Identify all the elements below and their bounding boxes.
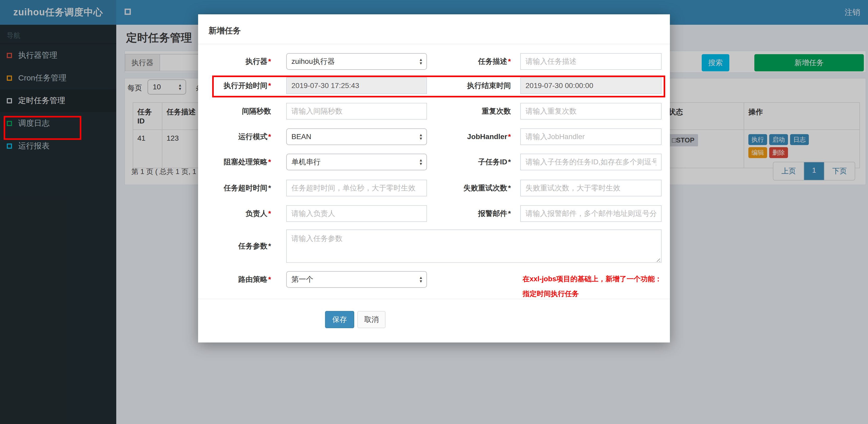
modal-footer-divider [198,299,670,299]
timeout-input[interactable] [286,180,427,196]
interval-label: 间隔秒数 [198,103,271,120]
job-param-textarea[interactable] [286,229,661,263]
select-arrows-icon: ▲▼ [419,276,423,283]
cancel-button[interactable]: 取消 [358,311,385,328]
run-mode-label: 运行模式* [198,128,271,145]
modal-title: 新增任务 [209,25,241,36]
interval-input[interactable] [286,103,427,120]
executor-label: 执行器* [198,53,271,70]
job-handler-label: JobHandler* [428,128,511,145]
feature-note-line1: 在xxl-jobs项目的基础上，新增了一个功能： [523,272,662,287]
add-task-modal: 新增任务 执行器* zuihou执行器 ▲▼ 任务描述* 执行开始时间* 执行结… [198,14,670,343]
repeat-input[interactable] [520,103,661,120]
repeat-label: 重复次数 [428,103,511,120]
executor-select[interactable]: zuihou执行器 ▲▼ [286,53,427,70]
job-desc-input[interactable] [520,53,661,70]
child-job-label: 子任务ID* [428,154,511,170]
modal-header: 新增任务 [198,14,670,44]
select-arrows-icon: ▲▼ [419,158,423,166]
select-arrows-icon: ▲▼ [419,58,423,65]
alarm-email-label: 报警邮件* [428,205,511,222]
job-handler-input[interactable] [520,128,661,145]
block-strategy-label: 阻塞处理策略* [198,154,271,170]
owner-input[interactable] [286,205,427,222]
route-strategy-select[interactable]: 第一个 ▲▼ [286,271,427,288]
sidebar-annotation-box [4,116,81,140]
run-mode-select[interactable]: BEAN ▲▼ [286,128,427,145]
route-strategy-label: 路由策略* [198,271,271,288]
owner-label: 负责人* [198,205,271,222]
block-strategy-select-value: 单机串行 [291,157,320,167]
retry-input[interactable] [520,180,661,196]
timeout-label: 任务超时时间* [198,180,271,196]
retry-label: 失败重试次数* [428,180,511,196]
block-strategy-select[interactable]: 单机串行 ▲▼ [286,154,427,170]
feature-note: 在xxl-jobs项目的基础上，新增了一个功能： 指定时间执行任务 [523,272,662,301]
run-mode-select-value: BEAN [291,133,311,141]
start-time-annotation-box [212,75,665,97]
job-desc-label: 任务描述* [428,53,511,70]
executor-select-value: zuihou执行器 [291,57,335,66]
save-button[interactable]: 保存 [325,311,354,328]
route-strategy-select-value: 第一个 [291,274,313,284]
alarm-email-input[interactable] [520,205,661,222]
child-job-input[interactable] [520,154,661,170]
select-arrows-icon: ▲▼ [419,133,423,140]
job-param-label: 任务参数* [198,229,271,263]
